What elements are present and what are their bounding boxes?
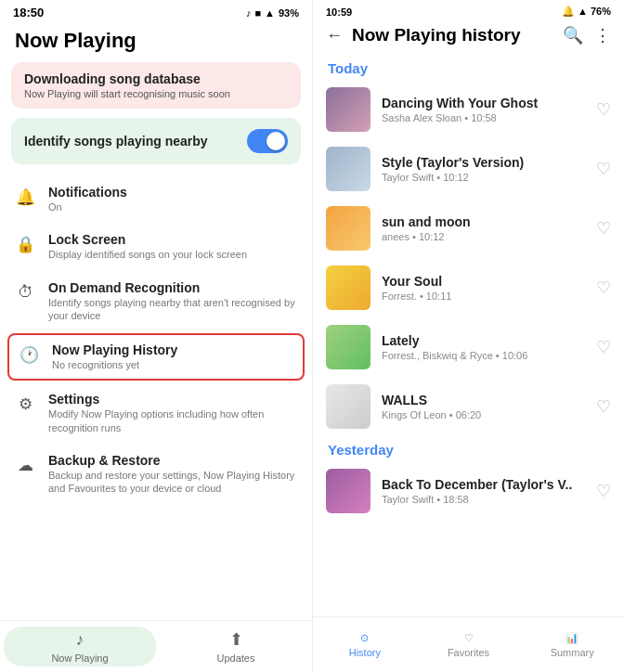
history-nav-icon: ⊙: [360, 632, 369, 644]
more-options-icon[interactable]: ⋮: [594, 25, 611, 45]
identify-banner-label: Identify songs playing nearby: [24, 133, 208, 149]
history-nav-label: History: [349, 647, 381, 658]
nav-item-now-playing[interactable]: ♪ Now Playing: [4, 627, 156, 666]
menu-item-lock-screen[interactable]: 🔒 Lock Screen Display identified songs o…: [0, 223, 312, 270]
music-icon: ♪: [246, 7, 252, 19]
menu-item-backup[interactable]: ☁ Backup & Restore Backup and restore yo…: [0, 444, 312, 505]
album-art-4: [326, 265, 370, 310]
settings-icon: ⚙: [15, 394, 35, 414]
left-panel: 18:50 ♪ ■ ▲ 93% Now Playing Downloading …: [0, 0, 312, 672]
wifi-icon: ▲: [265, 7, 275, 19]
backup-icon: ☁: [15, 455, 35, 475]
song-meta-6: Kings Of Leon • 06:20: [382, 409, 585, 420]
right-header: ← Now Playing history 🔍 ⋮: [313, 21, 624, 55]
download-banner: Downloading song database Now Playing wi…: [11, 62, 301, 109]
heart-button-5[interactable]: ♡: [596, 337, 611, 357]
backup-title: Backup & Restore: [48, 453, 297, 468]
left-bottom-nav: ♪ Now Playing ⬆ Updates: [0, 620, 312, 672]
battery-icon: ■: [254, 7, 261, 19]
song-list: Today Dancing With Your Ghost Sasha Alex…: [313, 55, 624, 616]
song-meta-1: Sasha Alex Sloan • 10:58: [382, 112, 585, 123]
right-battery: 76%: [591, 6, 611, 17]
song-title-5: Lately: [382, 333, 585, 348]
song-meta-3: anees • 10:12: [382, 231, 585, 242]
right-status-icons: 🔔 ▲ 76%: [562, 6, 611, 18]
battery-percent-left: 93%: [279, 7, 299, 19]
lock-screen-subtitle: Display identified songs on your lock sc…: [48, 248, 247, 261]
song-meta-5: Forrest., Biskwiq & Ryce • 10:06: [382, 350, 585, 361]
summary-nav-icon: 📊: [566, 632, 578, 644]
song-item-4[interactable]: Your Soul Forrest. • 10:11 ♡: [313, 258, 624, 317]
section-label-today: Today: [313, 55, 624, 80]
album-art-5: [326, 325, 370, 369]
download-banner-subtitle: Now Playing will start recognising music…: [24, 88, 288, 99]
album-art-1: [326, 87, 370, 132]
backup-subtitle: Backup and restore your settings, Now Pl…: [48, 469, 297, 496]
menu-item-settings[interactable]: ⚙ Settings Modify Now Playing options in…: [0, 382, 312, 444]
history-subtitle: No recognitions yet: [52, 358, 177, 371]
notifications-subtitle: On: [48, 200, 127, 213]
menu-item-history[interactable]: 🕐 Now Playing History No recognitions ye…: [7, 333, 305, 381]
heart-button-2[interactable]: ♡: [596, 159, 611, 179]
notification-icon: 🔔: [15, 187, 35, 207]
right-bottom-nav: ⊙ History ♡ Favorites 📊 Summary: [313, 616, 624, 672]
album-art-2: [326, 147, 370, 191]
demand-icon: ⏱: [15, 282, 35, 303]
heart-button-6[interactable]: ♡: [596, 396, 611, 417]
menu-item-notifications[interactable]: 🔔 Notifications On: [0, 175, 312, 223]
nav-summary[interactable]: 📊 Summary: [520, 617, 624, 672]
album-art-7: [326, 469, 370, 513]
settings-subtitle: Modify Now Playing options including how…: [48, 407, 297, 434]
updates-nav-label: Updates: [217, 653, 255, 664]
song-item-5[interactable]: Lately Forrest., Biskwiq & Ryce • 10:06 …: [313, 317, 624, 377]
album-art-6: [326, 384, 370, 429]
now-playing-nav-icon: ♪: [76, 630, 84, 650]
heart-button-7[interactable]: ♡: [596, 481, 611, 501]
lock-icon: 🔒: [15, 234, 35, 254]
right-panel: 10:59 🔔 ▲ 76% ← Now Playing history 🔍 ⋮ …: [312, 0, 624, 672]
left-status-icons: ♪ ■ ▲ 93%: [246, 7, 299, 19]
song-title-2: Style (Taylor's Version): [382, 155, 585, 170]
song-title-7: Back To December (Taylor's V..: [382, 477, 585, 492]
left-panel-title: Now Playing: [0, 23, 312, 62]
heart-button-4[interactable]: ♡: [596, 278, 611, 298]
favorites-nav-icon: ♡: [464, 632, 474, 644]
left-status-bar: 18:50 ♪ ■ ▲ 93%: [0, 0, 312, 23]
heart-button-3[interactable]: ♡: [596, 218, 611, 239]
back-button[interactable]: ←: [326, 26, 343, 45]
right-status-bar: 10:59 🔔 ▲ 76%: [313, 0, 624, 21]
summary-nav-label: Summary: [551, 647, 594, 658]
nav-history[interactable]: ⊙ History: [313, 617, 417, 672]
settings-title: Settings: [48, 392, 297, 407]
nav-favorites[interactable]: ♡ Favorites: [417, 617, 521, 672]
right-notif-icon: 🔔: [562, 6, 575, 17]
song-item-2[interactable]: Style (Taylor's Version) Taylor Swift • …: [313, 139, 624, 199]
song-meta-4: Forrest. • 10:11: [382, 291, 585, 302]
identify-toggle[interactable]: [247, 129, 288, 153]
search-icon[interactable]: 🔍: [563, 25, 583, 45]
heart-button-1[interactable]: ♡: [596, 99, 611, 120]
identify-banner[interactable]: Identify songs playing nearby: [11, 118, 301, 164]
song-meta-2: Taylor Swift • 10:12: [382, 172, 585, 183]
song-item-1[interactable]: Dancing With Your Ghost Sasha Alex Sloan…: [313, 80, 624, 139]
nav-item-updates[interactable]: ⬆ Updates: [160, 621, 312, 672]
notifications-title: Notifications: [48, 185, 127, 200]
song-title-3: sun and moon: [382, 214, 585, 229]
history-icon: 🕐: [19, 344, 39, 365]
song-item-6[interactable]: WALLS Kings Of Leon • 06:20 ♡: [313, 377, 624, 436]
favorites-nav-label: Favorites: [448, 647, 489, 658]
right-signal-icon: ▲: [578, 6, 588, 17]
song-item-7[interactable]: Back To December (Taylor's V.. Taylor Sw…: [313, 461, 624, 521]
right-time: 10:59: [326, 6, 352, 18]
history-title: Now Playing History: [52, 342, 177, 357]
menu-item-on-demand[interactable]: ⏱ On Demand Recognition Identify songs p…: [0, 271, 312, 332]
download-banner-title: Downloading song database: [24, 71, 288, 86]
menu-list: 🔔 Notifications On 🔒 Lock Screen Display…: [0, 175, 312, 620]
song-meta-7: Taylor Swift • 18:58: [382, 494, 585, 505]
updates-nav-icon: ⬆: [229, 629, 243, 650]
on-demand-subtitle: Identify songs playing nearby that aren'…: [48, 296, 297, 323]
song-title-4: Your Soul: [382, 274, 585, 289]
song-title-1: Dancing With Your Ghost: [382, 96, 585, 110]
song-item-3[interactable]: sun and moon anees • 10:12 ♡: [313, 199, 624, 258]
left-time: 18:50: [13, 6, 44, 19]
